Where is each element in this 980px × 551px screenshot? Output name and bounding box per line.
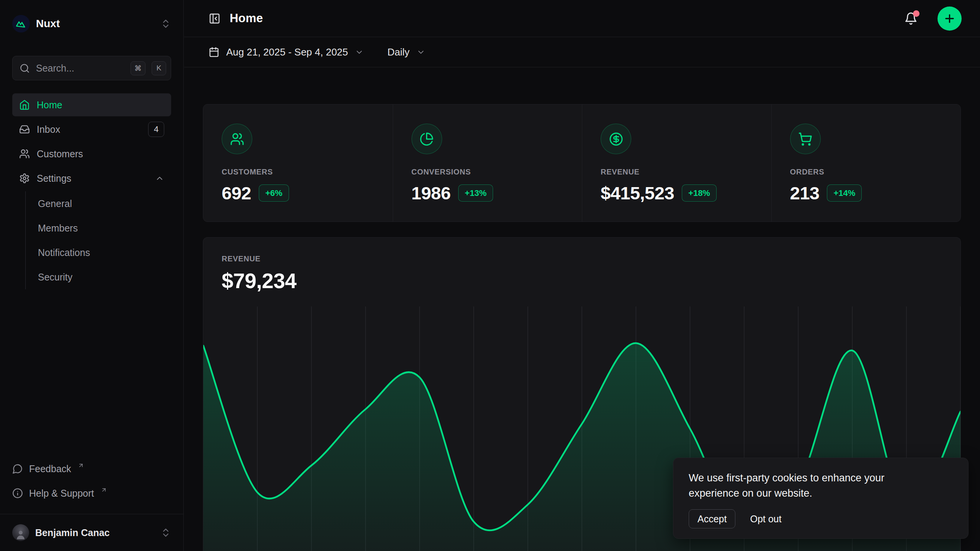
sidebar-item-notifications[interactable]: Notifications <box>38 240 171 265</box>
stat-delta-badge: +13% <box>458 184 493 202</box>
stat-customers: CUSTOMERS 692 +6% <box>203 104 393 222</box>
user-menu[interactable]: Benjamin Canac <box>0 514 183 551</box>
stat-label: ORDERS <box>790 168 961 176</box>
message-bubble-icon <box>12 463 23 474</box>
chevrons-up-down-icon <box>160 18 171 29</box>
cookie-banner: We use first-party cookies to enhance yo… <box>673 458 969 539</box>
gear-icon <box>19 173 30 184</box>
stat-conversions: CONVERSIONS 1986 +13% <box>393 104 582 222</box>
search-icon <box>20 63 30 73</box>
chevrons-up-down-icon <box>160 527 171 538</box>
shopping-cart-icon <box>790 124 821 154</box>
period-select[interactable]: Daily <box>387 46 425 58</box>
stat-label: REVENUE <box>601 168 771 176</box>
external-link-icon <box>77 466 84 472</box>
page-header: Home <box>184 0 980 37</box>
stat-value: 213 <box>790 183 820 204</box>
sidebar-item-label: Settings <box>37 173 71 184</box>
info-circle-icon <box>12 488 23 499</box>
notifications-bell-button[interactable] <box>904 12 918 25</box>
revenue-panel-value: $79,234 <box>222 269 960 293</box>
revenue-panel-label: REVENUE <box>222 254 960 263</box>
stats-row: CUSTOMERS 692 +6% CONVERSIONS 1986 +13% … <box>203 104 961 222</box>
plus-icon <box>943 12 956 25</box>
search-input[interactable]: Search... ⌘ K <box>12 56 171 80</box>
nuxt-logo-icon <box>12 15 30 33</box>
sidebar-footer-nav: Feedback Help & Support <box>0 456 183 514</box>
sidebar-item-feedback[interactable]: Feedback <box>12 456 171 481</box>
sidebar-item-label: Home <box>37 99 62 111</box>
user-name: Benjamin Canac <box>35 527 154 538</box>
kbd-k: K <box>152 61 166 75</box>
external-link-icon <box>100 490 107 497</box>
sidebar-item-security[interactable]: Security <box>38 265 171 289</box>
date-range-value: Aug 21, 2025 - Sep 4, 2025 <box>226 46 348 58</box>
settings-subnav: General Members Notifications Security <box>25 191 171 289</box>
sidebar-item-customers[interactable]: Customers <box>12 142 171 165</box>
dollar-circle-icon <box>601 124 631 154</box>
notification-dot <box>913 10 920 17</box>
sidebar-item-help-support[interactable]: Help & Support <box>12 481 171 505</box>
inbox-icon <box>19 124 30 135</box>
pie-chart-icon <box>412 124 442 154</box>
kbd-cmd: ⌘ <box>131 61 145 75</box>
chevron-up-icon <box>155 174 164 183</box>
stat-value: 692 <box>222 183 251 204</box>
sidebar-item-label: Customers <box>37 148 83 160</box>
stat-delta-badge: +6% <box>259 184 289 202</box>
footer-item-label: Feedback <box>29 463 71 474</box>
workspace-switcher[interactable]: Nuxt <box>12 14 171 34</box>
sidebar-item-settings[interactable]: Settings <box>12 167 171 190</box>
stat-value: 1986 <box>412 183 451 204</box>
stat-orders: ORDERS 213 +14% <box>771 104 961 222</box>
chevron-down-icon <box>355 48 364 57</box>
sidebar-item-general[interactable]: General <box>38 191 171 216</box>
sidebar-item-home[interactable]: Home <box>12 93 171 116</box>
sidebar-collapse-icon[interactable] <box>209 13 220 24</box>
filters-toolbar: Aug 21, 2025 - Sep 4, 2025 Daily <box>184 37 980 67</box>
sidebar-item-label: Inbox <box>37 124 60 135</box>
stat-label: CONVERSIONS <box>412 168 582 176</box>
footer-item-label: Help & Support <box>29 488 94 499</box>
stat-delta-badge: +18% <box>682 184 717 202</box>
stat-delta-badge: +14% <box>827 184 862 202</box>
page-title: Home <box>230 11 895 25</box>
sidebar-nav: Home Inbox 4 Customers Settings <box>12 93 171 289</box>
calendar-icon <box>209 47 219 57</box>
stat-revenue: REVENUE $415,523 +18% <box>582 104 771 222</box>
date-range-picker[interactable]: Aug 21, 2025 - Sep 4, 2025 <box>209 46 364 58</box>
home-icon <box>19 99 30 110</box>
sidebar-item-inbox[interactable]: Inbox 4 <box>12 118 171 141</box>
sidebar-item-members[interactable]: Members <box>38 216 171 240</box>
period-value: Daily <box>387 46 410 58</box>
cookie-message: We use first-party cookies to enhance yo… <box>689 470 934 501</box>
users-icon <box>222 124 252 154</box>
stat-value: $415,523 <box>601 183 674 204</box>
avatar <box>12 524 29 541</box>
inbox-unread-badge: 4 <box>148 122 164 137</box>
users-icon <box>19 148 30 159</box>
workspace-name: Nuxt <box>36 18 154 30</box>
stat-label: CUSTOMERS <box>222 168 393 176</box>
sidebar: Nuxt Search... ⌘ K Home <box>0 0 184 551</box>
opt-out-button[interactable]: Opt out <box>750 514 781 525</box>
search-placeholder: Search... <box>36 63 124 74</box>
add-button[interactable] <box>938 7 962 31</box>
accept-button[interactable]: Accept <box>689 509 735 528</box>
chevron-down-icon <box>416 48 425 57</box>
